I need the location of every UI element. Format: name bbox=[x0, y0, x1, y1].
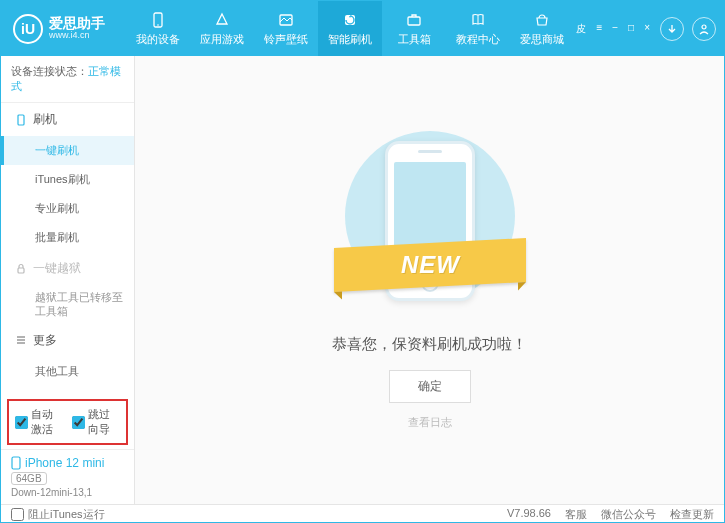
svg-point-1 bbox=[158, 24, 160, 26]
flash-options: 自动激活 跳过向导 bbox=[7, 399, 128, 445]
header-right: 皮 ≡ − □ × bbox=[574, 17, 724, 41]
sidebar-group-flash[interactable]: 刷机 bbox=[1, 103, 134, 136]
store-icon bbox=[533, 11, 551, 29]
wallpaper-icon bbox=[277, 11, 295, 29]
nav-tutorials[interactable]: 教程中心 bbox=[446, 1, 510, 56]
window-controls: 皮 ≡ − □ × bbox=[574, 22, 652, 36]
device-icon bbox=[15, 114, 27, 126]
wechat-link[interactable]: 微信公众号 bbox=[601, 507, 656, 522]
download-button[interactable] bbox=[660, 17, 684, 41]
check-update-link[interactable]: 检查更新 bbox=[670, 507, 714, 522]
version-label: V7.98.66 bbox=[507, 507, 551, 522]
list-icon bbox=[15, 334, 27, 346]
device-storage: 64GB bbox=[11, 472, 47, 485]
device-panel[interactable]: iPhone 12 mini 64GB Down-12mini-13,1 bbox=[1, 449, 134, 504]
device-status: 设备连接状态：正常模式 bbox=[1, 56, 134, 103]
nav-flash[interactable]: 智能刷机 bbox=[318, 1, 382, 56]
nav-store[interactable]: 爱思商城 bbox=[510, 1, 574, 56]
skin-button[interactable]: 皮 bbox=[574, 22, 588, 36]
sidebar-item-oneclick-flash[interactable]: 一键刷机 bbox=[1, 136, 134, 165]
phone-small-icon bbox=[11, 456, 21, 470]
minimize-button[interactable]: − bbox=[610, 22, 620, 36]
footer: 阻止iTunes运行 V7.98.66 客服 微信公众号 检查更新 bbox=[1, 504, 724, 523]
sidebar: 设备连接状态：正常模式 刷机 一键刷机 iTunes刷机 专业刷机 批量刷机 一… bbox=[1, 56, 135, 504]
svg-rect-4 bbox=[408, 17, 420, 25]
block-itunes-checkbox[interactable]: 阻止iTunes运行 bbox=[11, 507, 105, 522]
app-logo-icon: iU bbox=[13, 14, 43, 44]
svg-rect-7 bbox=[18, 115, 24, 125]
nav-toolbox[interactable]: 工具箱 bbox=[382, 1, 446, 56]
app-name: 爱思助手 bbox=[49, 16, 105, 31]
logo-area: iU 爱思助手 www.i4.cn bbox=[1, 14, 126, 44]
book-icon bbox=[469, 11, 487, 29]
svg-rect-12 bbox=[12, 457, 20, 469]
device-name: iPhone 12 mini bbox=[11, 456, 124, 470]
flash-icon bbox=[341, 11, 359, 29]
success-message: 恭喜您，保资料刷机成功啦！ bbox=[332, 335, 527, 354]
sidebar-item-pro-flash[interactable]: 专业刷机 bbox=[1, 194, 134, 223]
nav-ringtones[interactable]: 铃声壁纸 bbox=[254, 1, 318, 56]
main-content: NEW 恭喜您，保资料刷机成功啦！ 确定 查看日志 bbox=[135, 56, 724, 504]
sidebar-item-batch-flash[interactable]: 批量刷机 bbox=[1, 223, 134, 252]
maximize-button[interactable]: □ bbox=[626, 22, 636, 36]
new-ribbon: NEW bbox=[334, 237, 526, 291]
sidebar-item-download-fw[interactable]: 下载固件 bbox=[1, 386, 134, 395]
svg-point-6 bbox=[702, 25, 706, 29]
lock-icon bbox=[15, 263, 27, 275]
sidebar-group-jailbreak: 一键越狱 bbox=[1, 252, 134, 285]
view-log-link[interactable]: 查看日志 bbox=[408, 415, 452, 430]
app-header: iU 爱思助手 www.i4.cn 我的设备 应用游戏 铃声壁纸 智能刷机 工具… bbox=[1, 1, 724, 56]
sidebar-item-itunes-flash[interactable]: iTunes刷机 bbox=[1, 165, 134, 194]
sidebar-group-more[interactable]: 更多 bbox=[1, 324, 134, 357]
device-firmware: Down-12mini-13,1 bbox=[11, 487, 124, 498]
nav-my-device[interactable]: 我的设备 bbox=[126, 1, 190, 56]
menu-button[interactable]: ≡ bbox=[594, 22, 604, 36]
toolbox-icon bbox=[405, 11, 423, 29]
close-button[interactable]: × bbox=[642, 22, 652, 36]
skip-guide-checkbox[interactable]: 跳过向导 bbox=[72, 407, 121, 437]
nav-apps[interactable]: 应用游戏 bbox=[190, 1, 254, 56]
main-nav: 我的设备 应用游戏 铃声壁纸 智能刷机 工具箱 教程中心 爱思商城 bbox=[126, 1, 574, 56]
apps-icon bbox=[213, 11, 231, 29]
svg-rect-8 bbox=[18, 268, 24, 273]
jailbreak-note: 越狱工具已转移至工具箱 bbox=[1, 285, 134, 324]
success-illustration: NEW bbox=[340, 131, 520, 321]
customer-service-link[interactable]: 客服 bbox=[565, 507, 587, 522]
app-url: www.i4.cn bbox=[49, 31, 105, 41]
sidebar-item-other-tools[interactable]: 其他工具 bbox=[1, 357, 134, 386]
ok-button[interactable]: 确定 bbox=[389, 370, 471, 403]
phone-icon bbox=[149, 11, 167, 29]
account-button[interactable] bbox=[692, 17, 716, 41]
auto-activate-checkbox[interactable]: 自动激活 bbox=[15, 407, 64, 437]
